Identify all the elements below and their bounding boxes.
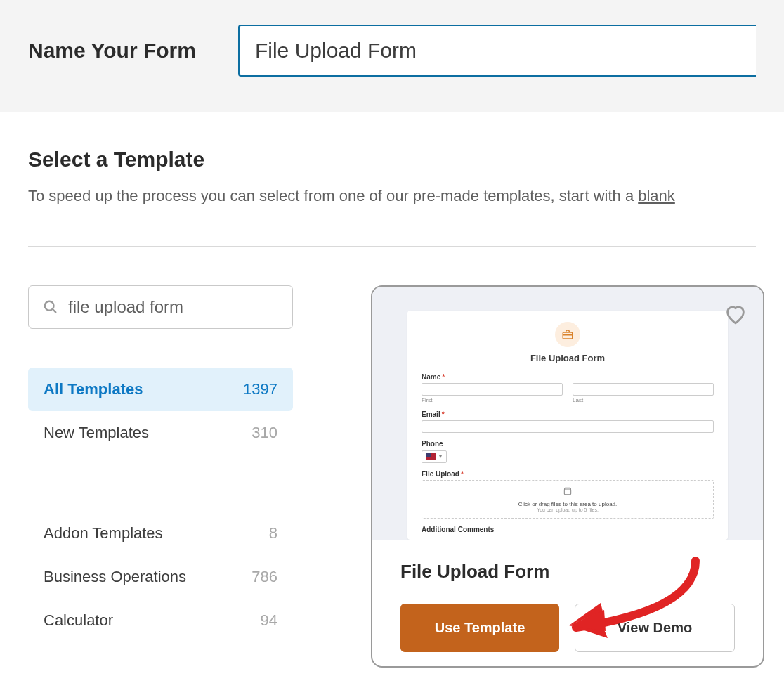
svg-line-1 bbox=[53, 309, 56, 313]
category-label: All Templates bbox=[44, 380, 143, 398]
preview-first-sublabel: First bbox=[422, 397, 563, 403]
use-template-button[interactable]: Use Template bbox=[400, 604, 559, 652]
blank-link[interactable]: blank bbox=[638, 187, 675, 204]
category-label: Business Operations bbox=[44, 568, 186, 586]
content-area: File Upload Form Name* First Las bbox=[332, 247, 764, 668]
category-count: 786 bbox=[251, 568, 277, 586]
template-preview: File Upload Form Name* First Las bbox=[372, 287, 763, 540]
search-container[interactable] bbox=[28, 285, 293, 329]
category-new-templates[interactable]: New Templates 310 bbox=[28, 411, 293, 455]
header-bar: Name Your Form bbox=[0, 0, 784, 112]
upload-line2: You can upload up to 5 files. bbox=[428, 507, 707, 512]
search-input[interactable] bbox=[68, 297, 278, 317]
preview-phone-flag: ▾ bbox=[422, 450, 447, 463]
preview-phone-label: Phone bbox=[422, 440, 714, 448]
upload-line1: Click or drag files to this area to uplo… bbox=[428, 501, 707, 507]
card-footer: File Upload Form Use Template View Demo bbox=[372, 540, 763, 666]
preview-title: File Upload Form bbox=[422, 353, 714, 363]
category-calculator[interactable]: Calculator 94 bbox=[28, 599, 293, 642]
preview-upload-box: Click or drag files to this area to uplo… bbox=[422, 480, 714, 519]
preview-first-input bbox=[422, 383, 563, 396]
preview-email-label: Email* bbox=[422, 410, 714, 418]
svg-rect-3 bbox=[564, 489, 570, 495]
category-business-operations[interactable]: Business Operations 786 bbox=[28, 555, 293, 599]
category-label: Addon Templates bbox=[44, 524, 163, 543]
select-template-heading: Select a Template bbox=[28, 148, 756, 171]
category-label: Calculator bbox=[44, 611, 113, 630]
form-preview: File Upload Form Name* First Las bbox=[407, 311, 728, 540]
us-flag-icon bbox=[426, 453, 436, 460]
name-form-label: Name Your Form bbox=[28, 39, 196, 63]
upload-icon bbox=[563, 486, 573, 496]
sidebar: All Templates 1397 New Templates 310 Add… bbox=[28, 247, 332, 668]
select-template-subtitle: To speed up the process you can select f… bbox=[28, 184, 756, 207]
preview-email-input bbox=[422, 420, 714, 433]
preview-last-input bbox=[573, 383, 714, 396]
category-count: 1397 bbox=[243, 380, 277, 398]
form-name-input[interactable] bbox=[238, 25, 756, 77]
briefcase-icon bbox=[555, 322, 580, 347]
category-label: New Templates bbox=[44, 424, 149, 442]
view-demo-button[interactable]: View Demo bbox=[575, 604, 735, 652]
category-divider bbox=[28, 483, 293, 483]
favorite-button[interactable] bbox=[724, 302, 747, 326]
category-count: 94 bbox=[261, 611, 277, 630]
search-icon bbox=[43, 299, 58, 315]
preview-upload-label: File Upload* bbox=[422, 470, 714, 478]
subtitle-text: To speed up the process you can select f… bbox=[28, 187, 638, 204]
category-all-templates[interactable]: All Templates 1397 bbox=[28, 368, 293, 411]
preview-additional-label: Additional Comments bbox=[422, 526, 714, 533]
category-addon-templates[interactable]: Addon Templates 8 bbox=[28, 512, 293, 555]
category-count: 310 bbox=[251, 424, 277, 442]
category-count: 8 bbox=[269, 524, 277, 543]
template-card: File Upload Form Name* First Las bbox=[371, 285, 764, 668]
preview-name-label: Name* bbox=[422, 373, 714, 381]
preview-last-sublabel: Last bbox=[573, 397, 714, 403]
card-title: File Upload Form bbox=[400, 561, 735, 583]
